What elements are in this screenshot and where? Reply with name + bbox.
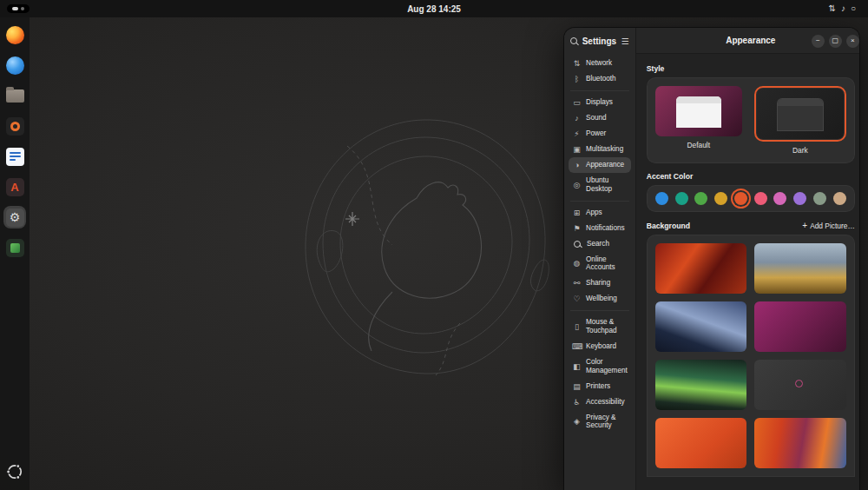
accent-color-orange[interactable]	[734, 192, 747, 205]
clock[interactable]: Aug 28 14:25	[407, 4, 461, 14]
sidebar-item-power[interactable]: ⚡Power	[569, 126, 631, 142]
dock-item-text-editor[interactable]: A	[3, 175, 26, 198]
search-icon[interactable]	[570, 37, 577, 44]
style-section-label: Style	[647, 64, 855, 73]
ubuntu-desktop-icon: ◎	[572, 181, 582, 189]
bluetooth-icon: ᛒ	[572, 75, 582, 83]
sidebar-list: ⇅NetworkᛒBluetooth▭Displays♪Sound⚡Power▣…	[564, 54, 635, 490]
sidebar-item-sound[interactable]: ♪Sound	[569, 110, 631, 126]
accent-color-sage[interactable]	[813, 192, 826, 205]
accent-color-red[interactable]	[754, 192, 767, 205]
accent-color-purple[interactable]	[793, 192, 806, 205]
sidebar-item-label: Notifications	[586, 224, 625, 233]
sidebar-item-label: Mouse & Touchpad	[586, 318, 628, 335]
wallpaper-autumn-mountain[interactable]	[754, 243, 846, 294]
panel-content: Style Default Dark Accent	[636, 54, 859, 490]
wallpaper-camel-caravan[interactable]	[754, 418, 846, 468]
accent-color-magenta[interactable]	[773, 192, 786, 205]
sidebar-item-label: Appearance	[586, 161, 624, 169]
color-management-icon: ◧	[572, 362, 582, 371]
sidebar-item-label: Multitasking	[586, 145, 623, 154]
settings-sidebar: Settings ☰ ⇅NetworkᛒBluetooth▭Displays♪S…	[564, 28, 636, 490]
apps-icon: ⊞	[572, 209, 582, 217]
sidebar-item-color-management[interactable]: ◧Color Management	[569, 354, 631, 379]
search-icon	[574, 241, 581, 248]
sidebar-item-privacy-security[interactable]: ◈Privacy & Security	[569, 410, 631, 434]
dock-item-software[interactable]	[3, 236, 26, 259]
displays-icon: ▭	[572, 98, 582, 107]
sidebar-item-displays[interactable]: ▭Displays	[569, 95, 631, 110]
accent-color-teal[interactable]	[675, 192, 688, 205]
sidebar-item-label: Privacy & Security	[586, 414, 628, 431]
wallpaper-aurora[interactable]	[655, 360, 747, 410]
sound-icon: ♪	[572, 114, 582, 122]
sidebar-item-online-accounts[interactable]: ◍Online Accounts	[569, 252, 631, 276]
accent-color-yellow[interactable]	[714, 192, 727, 205]
style-card: Default Dark	[647, 77, 855, 163]
gear-icon: ⚙	[6, 209, 24, 227]
accent-row	[647, 185, 855, 212]
sidebar-item-label: Network	[586, 59, 612, 68]
sidebar-item-label: Accessibility	[586, 398, 625, 407]
sidebar-item-multitasking[interactable]: ▣Multitasking	[569, 142, 631, 157]
sidebar-item-label: Ubuntu Desktop	[586, 176, 628, 194]
sidebar-item-label: Keyboard	[586, 342, 616, 351]
wallpaper-red-lava[interactable]	[655, 243, 747, 294]
sidebar-item-notifications[interactable]: ⚑Notifications	[569, 221, 631, 236]
accent-color-green[interactable]	[694, 192, 707, 205]
style-option-default[interactable]: Default	[655, 86, 742, 155]
style-option-dark[interactable]: Dark	[754, 86, 846, 155]
accent-color-bamboo[interactable]	[833, 192, 846, 205]
background-section-header: Background + Add Picture…	[647, 221, 855, 230]
sidebar-item-mouse-touchpad[interactable]: ▯Mouse & Touchpad	[569, 315, 631, 339]
sharing-icon: ⚯	[572, 279, 582, 288]
dock-item-writer[interactable]	[3, 145, 26, 168]
sidebar-item-sharing[interactable]: ⚯Sharing	[569, 275, 631, 291]
dock-item-files[interactable]	[3, 84, 26, 107]
sidebar-item-label: Bluetooth	[586, 75, 616, 83]
sidebar-item-search[interactable]: Search	[569, 236, 631, 252]
multitasking-icon: ▣	[572, 145, 582, 154]
network-icon: ⇅	[572, 59, 582, 68]
sidebar-item-keyboard[interactable]: ⌨Keyboard	[569, 339, 631, 354]
document-icon	[6, 148, 24, 166]
accent-section-label: Accent Color	[647, 172, 855, 181]
close-button[interactable]: ×	[846, 35, 859, 48]
dock: A ⚙	[0, 17, 30, 490]
letter-a-icon: A	[6, 178, 24, 196]
dock-item-firefox[interactable]	[3, 23, 26, 46]
sidebar-item-wellbeing[interactable]: ♡Wellbeing	[569, 291, 631, 307]
wallpaper-kangaroo-magenta[interactable]	[754, 301, 846, 352]
sidebar-item-accessibility[interactable]: ♿Accessibility	[569, 394, 631, 410]
sidebar-item-label: Sharing	[586, 279, 610, 288]
default-style-preview	[655, 86, 742, 136]
sidebar-item-bluetooth[interactable]: ᛒBluetooth	[569, 71, 631, 87]
wallpaper-storm-lightning[interactable]	[655, 301, 747, 352]
firefox-icon	[6, 26, 24, 44]
sidebar-item-apps[interactable]: ⊞Apps	[569, 205, 631, 221]
sidebar-divider	[570, 201, 629, 202]
wallpaper-emblem-gray[interactable]	[754, 360, 846, 410]
sidebar-item-label: Printers	[586, 382, 610, 391]
dock-item-camera[interactable]	[3, 115, 26, 137]
dock-item-thunderbird[interactable]	[3, 54, 26, 76]
dock-item-settings[interactable]: ⚙	[3, 206, 26, 228]
sidebar-item-network[interactable]: ⇅Network	[569, 56, 631, 71]
folder-icon	[6, 89, 24, 103]
network-icon: ⇅	[829, 0, 836, 17]
sidebar-item-appearance[interactable]: ◑Appearance	[569, 157, 631, 173]
minimize-button[interactable]: −	[812, 35, 825, 48]
hamburger-menu-icon[interactable]: ☰	[621, 36, 629, 46]
maximize-button[interactable]: ▢	[829, 35, 842, 48]
sidebar-item-ubuntu-desktop[interactable]: ◎Ubuntu Desktop	[569, 173, 631, 197]
wallpaper-kangaroo-orange[interactable]	[655, 418, 747, 468]
power-icon: ⚡	[572, 129, 582, 138]
sidebar-item-printers[interactable]: ▤Printers	[569, 379, 631, 394]
add-picture-button[interactable]: + Add Picture…	[802, 221, 855, 230]
keyboard-icon: ⌨	[572, 342, 582, 351]
system-tray[interactable]: ⇅♪○	[822, 0, 863, 17]
dark-style-preview	[757, 89, 844, 139]
show-apps-button[interactable]	[3, 460, 26, 483]
workspace-indicator[interactable]	[7, 4, 30, 13]
accent-color-blue[interactable]	[655, 192, 668, 205]
